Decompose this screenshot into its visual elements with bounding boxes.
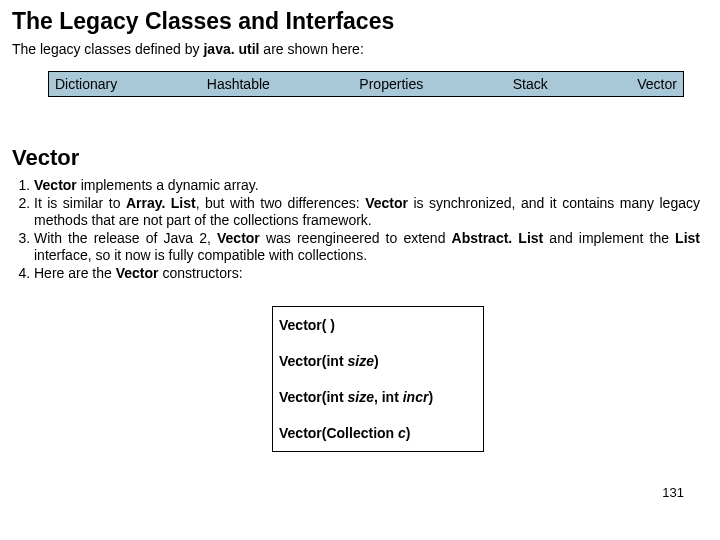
intro-package: java. util — [203, 41, 259, 57]
bold-term: Vector — [116, 265, 159, 281]
list-item: With the release of Java 2, Vector was r… — [34, 230, 700, 265]
intro-suffix: are shown here: — [259, 41, 363, 57]
bold-term: Abstract. List — [452, 230, 544, 246]
page-title: The Legacy Classes and Interfaces — [12, 8, 708, 35]
legacy-cell: Dictionary — [55, 76, 117, 92]
legacy-cell: Properties — [359, 76, 423, 92]
legacy-classes-table: Dictionary Hashtable Properties Stack Ve… — [48, 71, 684, 97]
text: Here are the — [34, 265, 116, 281]
bold-term: List — [675, 230, 700, 246]
table-row: Vector(Collection c) — [273, 415, 483, 451]
constructor-sig: ) — [374, 353, 379, 369]
legacy-cell: Hashtable — [207, 76, 270, 92]
table-row: Vector( ) — [273, 307, 483, 343]
bold-term: Vector — [365, 195, 408, 211]
constructor-param: c — [398, 425, 406, 441]
constructor-param: size — [347, 389, 373, 405]
text: constructors: — [159, 265, 243, 281]
intro-text: The legacy classes defined by java. util… — [12, 41, 708, 57]
list-item: It is similar to Array. List, but with t… — [34, 195, 700, 230]
legacy-cell: Stack — [513, 76, 548, 92]
constructor-param: incr — [403, 389, 429, 405]
legacy-cell: Vector — [637, 76, 677, 92]
text: implements a dynamic array. — [77, 177, 259, 193]
list-item: Vector implements a dynamic array. — [34, 177, 700, 195]
text: , but with two differences: — [196, 195, 366, 211]
notes-list: Vector implements a dynamic array. It is… — [12, 177, 700, 282]
table-row: Vector(int size) — [273, 343, 483, 379]
constructor-param: size — [347, 353, 373, 369]
text: It is similar to — [34, 195, 126, 211]
intro-prefix: The legacy classes defined by — [12, 41, 203, 57]
text: was reengineered to extend — [260, 230, 452, 246]
constructor-sig: , int — [374, 389, 403, 405]
section-heading: Vector — [12, 145, 708, 171]
constructor-sig: Vector(Collection — [279, 425, 398, 441]
text: and implement the — [543, 230, 675, 246]
constructor-sig: Vector( ) — [279, 317, 335, 333]
constructor-sig: ) — [406, 425, 411, 441]
text: With the release of Java 2, — [34, 230, 217, 246]
bold-term: Vector — [217, 230, 260, 246]
bold-term: Array. List — [126, 195, 196, 211]
constructor-sig: Vector(int — [279, 353, 347, 369]
list-item: Here are the Vector constructors: — [34, 265, 700, 283]
bold-term: Vector — [34, 177, 77, 193]
page-number: 131 — [662, 485, 684, 500]
constructor-sig: Vector(int — [279, 389, 347, 405]
constructor-sig: ) — [428, 389, 433, 405]
table-row: Vector(int size, int incr) — [273, 379, 483, 415]
constructors-table: Vector( ) Vector(int size) Vector(int si… — [272, 306, 484, 452]
text: interface, so it now is fully compatible… — [34, 247, 367, 263]
